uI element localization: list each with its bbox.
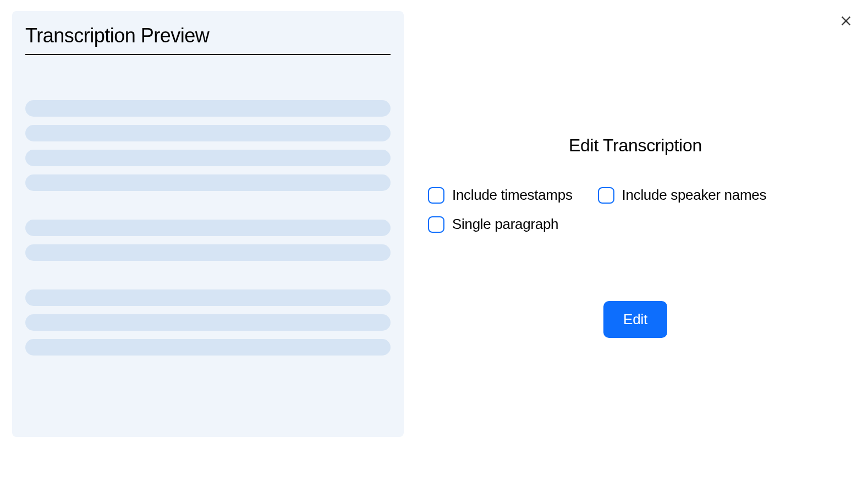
preview-title: Transcription Preview — [25, 24, 391, 55]
skeleton-line — [25, 289, 391, 306]
skeleton-line — [25, 220, 391, 236]
skeleton-block — [25, 220, 391, 261]
checkbox-box — [428, 187, 444, 204]
checkbox-include-timestamps[interactable]: Include timestamps — [428, 187, 573, 204]
skeleton-line — [25, 150, 391, 166]
skeleton-line — [25, 174, 391, 191]
edit-section: Edit Transcription Include timestamps In… — [415, 135, 856, 338]
checkbox-label: Include timestamps — [452, 187, 573, 204]
skeleton-line — [25, 339, 391, 356]
edit-button[interactable]: Edit — [603, 301, 667, 338]
checkbox-box — [428, 216, 444, 233]
edit-title: Edit Transcription — [428, 135, 843, 156]
checkbox-single-paragraph[interactable]: Single paragraph — [428, 216, 558, 233]
checkbox-box — [598, 187, 614, 204]
skeleton-line — [25, 314, 391, 331]
skeleton-line — [25, 244, 391, 261]
checkbox-include-speaker-names[interactable]: Include speaker names — [598, 187, 767, 204]
skeleton-block — [25, 100, 391, 191]
edit-panel: Edit Transcription Include timestamps In… — [415, 11, 856, 470]
close-icon — [840, 15, 852, 27]
checkbox-row: Include timestamps Include speaker names… — [428, 187, 843, 233]
close-button[interactable] — [836, 11, 856, 31]
transcription-preview-panel: Transcription Preview — [12, 11, 404, 437]
skeleton-line — [25, 100, 391, 117]
dialog-container: Transcription Preview — [0, 0, 868, 481]
edit-button-wrap: Edit — [428, 301, 843, 338]
preview-skeleton — [25, 100, 391, 356]
checkbox-label: Single paragraph — [452, 216, 558, 233]
skeleton-line — [25, 125, 391, 141]
skeleton-block — [25, 289, 391, 356]
checkbox-label: Include speaker names — [622, 187, 767, 204]
